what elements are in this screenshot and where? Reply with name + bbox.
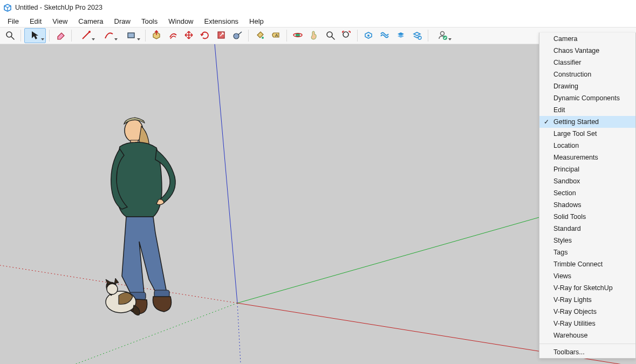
ctx-item-label: Standard (553, 225, 581, 232)
check-icon (539, 235, 553, 246)
menu-file[interactable]: File (2, 16, 24, 26)
svg-point-14 (343, 32, 348, 37)
ctx-item-shadows[interactable]: Shadows (539, 199, 635, 211)
ctx-item-v-ray-objects[interactable]: V-Ray Objects (539, 306, 635, 318)
ctx-item-label: Chaos Vantage (553, 47, 599, 54)
zoom-extents-icon (4, 30, 15, 42)
toolbar-separator (248, 30, 249, 42)
eraser-button[interactable] (53, 28, 68, 43)
ctx-item-v-ray-lights[interactable]: V-Ray Lights (539, 294, 635, 306)
svg-line-7 (238, 32, 242, 35)
arc-icon (103, 30, 114, 42)
ctx-item-standard[interactable]: Standard (539, 223, 635, 235)
rectangle-icon (126, 30, 136, 42)
layers-button[interactable] (409, 28, 425, 43)
zoom-to-fit-icon (341, 30, 352, 42)
arc-button[interactable] (98, 28, 119, 43)
tape-measure-button[interactable] (230, 28, 245, 43)
zoom-extents-button[interactable] (2, 28, 17, 43)
ctx-item-warehouse[interactable]: Warehouse (539, 329, 635, 341)
ctx-item-location[interactable]: Location (539, 140, 635, 152)
ctx-item-drawing[interactable]: Drawing (539, 80, 635, 92)
select-icon (30, 30, 40, 42)
svg-rect-4 (128, 33, 134, 38)
menu-tools[interactable]: Tools (136, 16, 163, 26)
rotate-button[interactable] (197, 28, 213, 43)
ctx-item-camera[interactable]: Camera (539, 33, 635, 45)
menu-camera[interactable]: Camera (73, 16, 108, 26)
extension-warehouse-button[interactable] (377, 28, 392, 43)
ctx-item-chaos-vantage[interactable]: Chaos Vantage (539, 45, 635, 57)
menu-extensions[interactable]: Extensions (199, 16, 244, 26)
ctx-item-label: Shadows (553, 201, 581, 209)
select-button[interactable] (24, 28, 46, 43)
ctx-item-classifier[interactable]: Classifier (539, 57, 635, 68)
push-pull-icon (151, 30, 162, 42)
ctx-item-tags[interactable]: Tags (539, 246, 635, 258)
menu-edit[interactable]: Edit (24, 16, 47, 26)
ctx-item-edit[interactable]: Edit (539, 104, 635, 116)
3d-warehouse-button[interactable] (361, 28, 376, 43)
check-icon (539, 329, 553, 341)
toolbar-separator (20, 30, 21, 42)
ctx-item-label: Dynamic Components (553, 94, 620, 102)
offset-button[interactable] (165, 28, 180, 43)
push-pull-button[interactable] (149, 28, 164, 43)
ctx-item-getting-started[interactable]: Getting Started (539, 116, 635, 128)
paint-bucket-button[interactable] (252, 28, 267, 43)
ctx-item-label: Styles (553, 237, 572, 244)
line-button[interactable] (75, 28, 97, 43)
menu-window[interactable]: Window (163, 16, 199, 26)
user-account-button[interactable] (432, 28, 453, 43)
ctx-item-label: Tags (553, 249, 567, 256)
ctx-item-construction[interactable]: Construction (539, 68, 635, 80)
toolbar-separator (49, 30, 50, 42)
text-button[interactable]: A (268, 28, 283, 43)
ctx-item-styles[interactable]: Styles (539, 235, 635, 246)
check-icon (539, 92, 553, 104)
ctx-item-v-ray-for-sketchup[interactable]: V-Ray for SketchUp (539, 282, 635, 294)
zoom-to-fit-button[interactable] (339, 28, 354, 43)
menu-view[interactable]: View (47, 16, 73, 26)
ctx-item-trimble-connect[interactable]: Trimble Connect (539, 258, 635, 270)
scale-icon (216, 30, 227, 42)
context-menu-separator (539, 344, 635, 344)
ctx-item-toolbars[interactable]: Toolbars... (539, 346, 635, 358)
ctx-item-label: Warehouse (553, 332, 587, 339)
scale-figure[interactable] (95, 114, 187, 321)
ctx-item-section[interactable]: Section (539, 187, 635, 199)
check-icon (539, 211, 553, 223)
rectangle-button[interactable] (120, 28, 142, 43)
scale-button[interactable] (214, 28, 229, 43)
ctx-item-solid-tools[interactable]: Solid Tools (539, 211, 635, 223)
check-icon (539, 346, 553, 358)
ctx-item-dynamic-components[interactable]: Dynamic Components (539, 92, 635, 104)
check-icon (539, 140, 553, 152)
ctx-item-large-tool-set[interactable]: Large Tool Set (539, 128, 635, 140)
toolbar-separator (357, 30, 358, 42)
move-button[interactable] (181, 28, 196, 43)
svg-point-15 (367, 35, 370, 37)
extension-manager-icon (395, 30, 406, 42)
zoom-button[interactable] (323, 28, 338, 43)
check-icon (539, 45, 553, 57)
zoom-icon (325, 30, 336, 42)
check-icon (539, 57, 553, 68)
svg-point-29 (107, 284, 118, 294)
orbit-button[interactable] (290, 28, 305, 43)
extension-manager-button[interactable] (393, 28, 408, 43)
pan-button[interactable] (306, 28, 322, 43)
ctx-item-v-ray-utilities[interactable]: V-Ray Utilities (539, 318, 635, 329)
ctx-item-sandbox[interactable]: Sandbox (539, 175, 635, 187)
toolbar-context-menu[interactable]: CameraChaos VantageClassifierConstructio… (539, 32, 636, 359)
titlebar: Untitled - SketchUp Pro 2023 (0, 0, 636, 15)
menu-draw[interactable]: Draw (109, 16, 136, 26)
ctx-item-measurements[interactable]: Measurements (539, 152, 635, 163)
ctx-item-label: Section (553, 189, 576, 197)
ctx-item-principal[interactable]: Principal (539, 163, 635, 175)
menu-help[interactable]: Help (244, 16, 269, 26)
ctx-item-views[interactable]: Views (539, 270, 635, 282)
svg-line-2 (83, 32, 90, 39)
check-icon (539, 128, 553, 140)
ctx-item-label: V-Ray for SketchUp (553, 284, 613, 292)
